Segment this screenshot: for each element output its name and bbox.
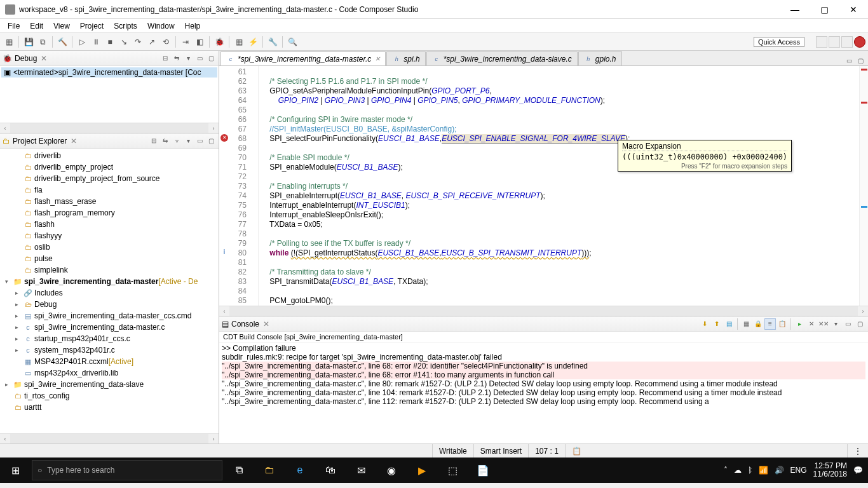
minimize-button[interactable]: — xyxy=(780,0,810,19)
search-icon[interactable]: 🔍 xyxy=(286,36,299,48)
tree-item[interactable]: 🗀pulse xyxy=(0,253,219,264)
open-console-icon[interactable]: ▸ xyxy=(794,318,805,330)
restart-icon[interactable]: ⟲ xyxy=(159,36,172,48)
bluetooth-icon[interactable]: ᛒ xyxy=(748,466,752,475)
stop-perspective-icon[interactable] xyxy=(854,36,865,48)
scroll-left-icon[interactable]: ‹ xyxy=(219,306,229,316)
pause-icon[interactable]: ⏸ xyxy=(90,36,102,48)
error-marker[interactable] xyxy=(861,102,867,104)
start-button[interactable]: ⊞ xyxy=(0,458,31,483)
quick-access-input[interactable]: Quick Access xyxy=(754,37,804,47)
energy-icon[interactable]: ⚡ xyxy=(247,36,259,48)
ccs-edit-perspective-icon[interactable] xyxy=(829,36,840,48)
assembly-step-icon[interactable]: ⇥ xyxy=(179,36,192,48)
overview-ruler[interactable] xyxy=(859,66,868,306)
minimize-editor-icon[interactable]: ▭ xyxy=(844,55,854,65)
wifi-icon[interactable]: 📶 xyxy=(759,466,768,475)
onedrive-icon[interactable]: ☁ xyxy=(734,466,742,475)
open-perspective-icon[interactable] xyxy=(816,36,827,48)
link-editor-icon[interactable]: ⇆ xyxy=(160,136,170,146)
tree-item[interactable]: ▸📁spi_3wire_incrementing_data-slave xyxy=(0,379,219,390)
task-view-icon[interactable]: ⧉ xyxy=(224,458,254,483)
menu-window[interactable]: Window xyxy=(142,20,180,32)
menu-project[interactable]: Project xyxy=(75,20,109,32)
tab-slave-c[interactable]: c*spi_3wire_incrementing_data-slave.c xyxy=(426,51,578,65)
status-build-icon[interactable]: 📋 xyxy=(565,444,588,458)
tree-item[interactable]: ▸csystem_msp432p401r.c xyxy=(0,344,219,356)
step-into-icon[interactable]: ↘ xyxy=(118,36,130,48)
info-marker[interactable] xyxy=(861,206,867,208)
notifications-icon[interactable]: 💬 xyxy=(853,466,863,475)
debug-launch-item[interactable]: ▣ <terminated>spi_3wire_incrementing_dat… xyxy=(1,67,217,78)
dropdown-icon[interactable]: ▾ xyxy=(183,53,193,64)
tab-spi-h[interactable]: hspi.h xyxy=(386,51,425,65)
tray-up-icon[interactable]: ˄ xyxy=(724,466,728,475)
debug-horizontal-scrollbar[interactable]: ‹ › xyxy=(0,123,219,133)
status-menu-icon[interactable]: ⋮ xyxy=(847,444,868,458)
display-selected-icon[interactable]: ▤ xyxy=(723,318,735,330)
minimize-view-icon[interactable]: ▭ xyxy=(194,53,205,64)
tree-item[interactable]: 🗀fla xyxy=(0,184,219,196)
step-return-icon[interactable]: ↗ xyxy=(146,36,158,48)
tree-item[interactable]: 🗀ti_rtos_config xyxy=(0,390,219,402)
close-icon[interactable]: ✕ xyxy=(375,55,380,62)
store-icon[interactable]: 🛍 xyxy=(315,458,346,483)
prev-error-icon[interactable]: ⬇ xyxy=(699,318,710,330)
tree-item[interactable]: 🗀driverlib_empty_project_from_source xyxy=(0,173,219,184)
maximize-button[interactable]: ▢ xyxy=(810,0,839,19)
close-icon[interactable]: ✕ xyxy=(263,320,269,329)
tree-item[interactable]: ▸🔗Includes xyxy=(0,287,219,299)
taskbar-search[interactable]: ○ Type here to search xyxy=(32,460,222,480)
explorer-horizontal-scrollbar[interactable]: ‹ › xyxy=(0,433,219,444)
tab-gpio-h[interactable]: hgpio.h xyxy=(578,51,622,65)
word-wrap-icon[interactable]: ≡ xyxy=(764,318,776,330)
maximize-view-icon[interactable]: ▢ xyxy=(854,318,865,330)
volume-icon[interactable]: 🔊 xyxy=(775,466,784,475)
mail-icon[interactable]: ✉ xyxy=(346,458,376,483)
maximize-editor-icon[interactable]: ▢ xyxy=(855,55,865,65)
video-icon[interactable]: ▶ xyxy=(407,458,437,483)
tree-item[interactable]: 🗀flash_mass_erase xyxy=(0,196,219,207)
edge-icon[interactable]: e xyxy=(285,458,315,483)
scroll-track[interactable] xyxy=(10,434,208,444)
tree-item[interactable]: 🗀flash_program_memory xyxy=(0,207,219,219)
explorer-icon[interactable]: 🗀 xyxy=(254,458,285,483)
tree-item[interactable]: ▸▤spi_3wire_incrementing_data-master_ccs… xyxy=(0,310,219,322)
tree-item[interactable]: 🗀simplelink xyxy=(0,264,219,276)
ccs-debug-perspective-icon[interactable] xyxy=(841,36,853,48)
new-icon[interactable]: ▦ xyxy=(3,36,15,48)
scroll-right-icon[interactable]: › xyxy=(208,434,219,444)
save-icon[interactable]: 💾 xyxy=(22,36,35,48)
language-indicator[interactable]: ENG xyxy=(790,466,807,475)
tree-item[interactable]: ▸cstartup_msp432p401r_ccs.c xyxy=(0,333,219,344)
scroll-track[interactable] xyxy=(229,306,858,316)
virtualbox-icon[interactable]: ⬚ xyxy=(437,458,468,483)
collapse-all-icon[interactable]: ⊟ xyxy=(149,136,159,146)
editor-body[interactable]: 6162636465666768697071727374757677787980… xyxy=(219,66,868,306)
menu-file[interactable]: File xyxy=(3,20,25,32)
stop-icon[interactable]: ■ xyxy=(104,36,116,48)
new-console-icon[interactable]: ▾ xyxy=(830,318,841,330)
resume-icon[interactable]: ▷ xyxy=(76,36,88,48)
wordpad-icon[interactable]: 📄 xyxy=(468,458,498,483)
code-content[interactable]: /* Selecting P1.5 P1.6 and P1.7 in SPI m… xyxy=(259,66,859,306)
tree-item[interactable]: ▦MSP432P401R.ccxml [Active] xyxy=(0,356,219,367)
tree-item[interactable]: ▸cspi_3wire_incrementing_data-master.c xyxy=(0,322,219,333)
tree-item[interactable]: ▾📁spi_3wire_incrementing_data-master [Ac… xyxy=(0,276,219,287)
build-icon[interactable]: 🔨 xyxy=(56,36,69,48)
menu-edit[interactable]: Edit xyxy=(25,20,48,32)
next-error-icon[interactable]: ⬆ xyxy=(711,318,722,330)
tree-item[interactable]: 🗀flashyyy xyxy=(0,230,219,241)
tree-item[interactable]: ▭msp432p4xx_driverlib.lib xyxy=(0,367,219,379)
tree-item[interactable]: 🗀flashh xyxy=(0,219,219,230)
editor-horizontal-scrollbar[interactable]: ‹ › xyxy=(219,306,868,316)
tree-item[interactable]: 🗀driverlib_empty_project xyxy=(0,161,219,173)
console-output[interactable]: >> Compilation failuresubdir_rules.mk:9:… xyxy=(219,342,868,444)
tree-item[interactable]: 🗀driverlib xyxy=(0,150,219,161)
scroll-left-icon[interactable]: ‹ xyxy=(0,123,10,133)
minimize-view-icon[interactable]: ▭ xyxy=(194,136,205,146)
maximize-view-icon[interactable]: ▢ xyxy=(206,136,216,146)
menu-help[interactable]: Help xyxy=(180,20,206,32)
filter-icon[interactable]: ▿ xyxy=(172,136,182,146)
scroll-right-icon[interactable]: › xyxy=(858,306,868,316)
